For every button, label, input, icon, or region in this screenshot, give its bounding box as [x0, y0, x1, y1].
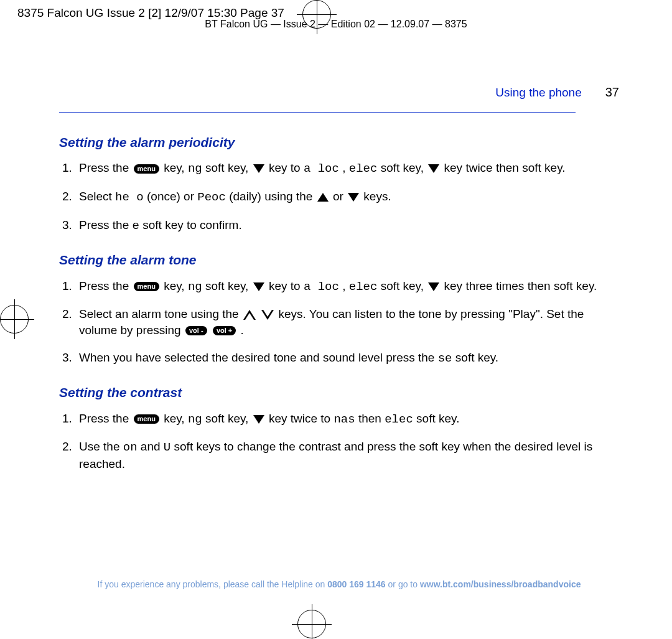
document-page: { "printmark": "8375 Falcon UG Issue 2 [… — [0, 0, 672, 639]
text: (once) or — [147, 190, 197, 203]
footer-help-text: If you experience any problems, please c… — [59, 579, 619, 590]
text: , — [342, 161, 349, 174]
list-item: Press the e soft key to confirm. — [75, 217, 619, 235]
text: soft key. — [554, 279, 597, 292]
text: , — [342, 279, 349, 292]
text: soft key, — [205, 412, 252, 425]
down-key-icon — [428, 164, 439, 173]
down-key-icon — [253, 282, 264, 291]
down-outline-key-icon — [261, 310, 274, 320]
help-url: www.bt.com/business/broadbandvoice — [420, 579, 581, 589]
softkey-label: U — [164, 441, 170, 454]
down-key-icon — [348, 193, 359, 202]
text: key, — [164, 412, 188, 425]
text: key twice to — [269, 412, 334, 425]
list-item: Use the on and U soft keys to change the… — [75, 439, 619, 472]
text: (daily) using the — [229, 190, 315, 203]
softkey-label: elec — [349, 162, 378, 175]
text: soft key, — [205, 279, 252, 292]
softkey-label: on — [123, 441, 138, 454]
text: soft key to confirm. — [142, 218, 241, 231]
text: . — [241, 324, 244, 337]
text: soft key, — [381, 161, 427, 174]
page-content: Using the phone 37 Setting the alarm per… — [59, 84, 619, 483]
page-number: 37 — [605, 84, 619, 101]
text: soft key. — [522, 161, 565, 174]
softkey-label: ng — [188, 280, 202, 294]
heading-alarm-periodicity: Setting the alarm periodicity — [59, 134, 619, 151]
down-key-icon — [253, 415, 264, 424]
menu-key-icon: menu — [134, 282, 159, 291]
list-contrast: Press the menu key, ng soft key, key twi… — [59, 411, 619, 472]
softkey-label: e — [133, 219, 139, 233]
softkey-label: elec — [349, 280, 378, 294]
text: soft key. — [416, 412, 459, 425]
text: key twice then — [444, 161, 523, 174]
menu-option: nas — [334, 413, 355, 426]
heading-contrast: Setting the contrast — [59, 384, 619, 401]
text: soft keys to change the contrast and pre… — [174, 440, 419, 453]
registration-mark-bottom — [297, 610, 326, 638]
list-periodicity: Press the menu key, ng soft key, key to … — [59, 160, 619, 234]
up-outline-key-icon — [243, 310, 256, 320]
text: Use the — [79, 440, 123, 453]
softkey-label: se — [438, 352, 452, 365]
menu-option: a loc — [304, 162, 339, 175]
menu-option: a loc — [304, 280, 339, 294]
vol-plus-key-icon: vol + — [213, 326, 236, 335]
text: Press the — [79, 279, 133, 292]
text: soft key. — [455, 351, 498, 364]
list-item: Select he o (once) or Peoc (daily) using… — [75, 189, 619, 206]
heading-alarm-tone: Setting the alarm tone — [59, 251, 619, 269]
text: key to — [269, 279, 304, 292]
softkey-label: ng — [188, 413, 202, 426]
text: and — [141, 440, 164, 453]
menu-option: he o — [115, 190, 144, 204]
text: soft key, — [381, 279, 427, 292]
text: key to — [269, 161, 304, 174]
list-item: Select an alarm tone using the keys. You… — [75, 306, 619, 338]
text: keys. — [363, 190, 391, 203]
registration-mark-left — [0, 305, 29, 333]
softkey-label: ng — [188, 162, 202, 175]
menu-option: Peoc — [197, 190, 226, 204]
list-item: Press the menu key, ng soft key, key to … — [75, 278, 619, 296]
softkey-label: elec — [385, 413, 413, 426]
down-key-icon — [253, 164, 264, 173]
text: key, — [164, 279, 188, 292]
document-header-line: BT Falcon UG — Issue 2 — Edition 02 — 12… — [0, 17, 672, 31]
text: Press the — [79, 412, 133, 425]
text: then — [358, 412, 385, 425]
text: Select an alarm tone using the — [79, 307, 242, 320]
up-key-icon — [317, 193, 329, 202]
list-item: Press the menu key, ng soft key, key to … — [75, 160, 619, 177]
list-tone: Press the menu key, ng soft key, key to … — [59, 278, 619, 367]
menu-key-icon: menu — [134, 414, 159, 424]
text: key, — [164, 161, 188, 174]
text: soft key, — [205, 161, 252, 174]
text: Press the — [79, 161, 133, 174]
down-key-icon — [428, 282, 439, 291]
text: or go to — [386, 579, 420, 589]
list-item: Press the menu key, ng soft key, key twi… — [75, 411, 619, 428]
menu-key-icon: menu — [134, 164, 159, 174]
list-item: When you have selected the desired tone … — [75, 350, 619, 367]
vol-minus-key-icon: vol - — [185, 326, 207, 335]
section-title: Using the phone — [495, 85, 581, 101]
running-head: Using the phone 37 — [59, 84, 619, 101]
text: key three times then — [444, 279, 554, 292]
text: If you experience any problems, please c… — [98, 579, 328, 589]
text: or — [333, 190, 347, 203]
rule — [59, 112, 576, 113]
text: Press the — [79, 218, 133, 231]
text: When you have selected the desired tone … — [79, 351, 438, 364]
text: Select — [79, 190, 115, 203]
helpline-phone: 0800 169 1146 — [327, 579, 385, 589]
